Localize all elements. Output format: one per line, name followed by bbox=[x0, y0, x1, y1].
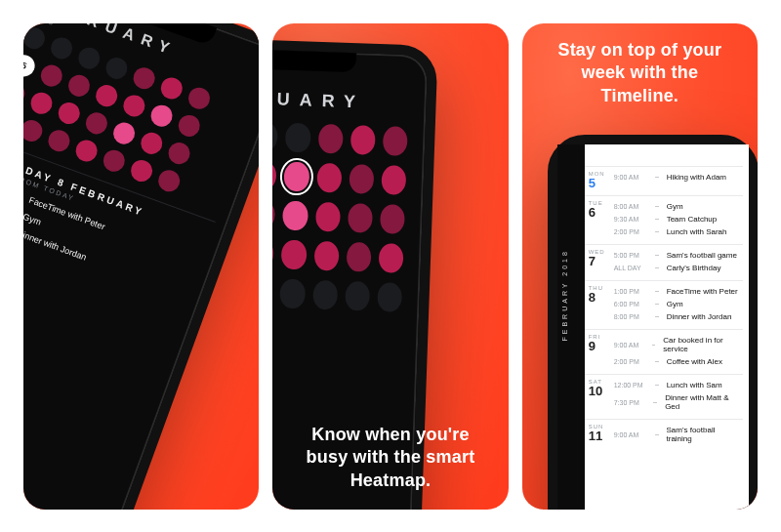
tick-icon bbox=[653, 402, 657, 403]
event-title: Dinner with Jordan bbox=[667, 312, 732, 321]
event-title: FaceTime with Peter bbox=[667, 287, 738, 296]
timeline-day[interactable]: TUE68:00 AMGym9:30 AMTeam Catchup2:00 PM… bbox=[585, 195, 743, 244]
event-title: Lunch with Sarah bbox=[667, 227, 727, 236]
event-title: Gym bbox=[667, 202, 683, 211]
event-time: 7:30 PM bbox=[614, 399, 648, 406]
event-title: Team Catchup bbox=[667, 215, 718, 224]
phone-frame: FEBRUARY 2018 5 THURSDAY 8 FEBRUARY 3 DA… bbox=[23, 23, 259, 510]
tick-icon bbox=[655, 316, 659, 317]
timeline-item[interactable]: 2:00 PMLunch with Sarah bbox=[614, 225, 743, 238]
timeline-day[interactable]: MON59:00 AMHiking with Adam bbox=[585, 166, 743, 195]
event-title: Dinner with Matt & Ged bbox=[665, 393, 743, 411]
tick-icon bbox=[655, 434, 659, 435]
event-title: Sam's football training bbox=[667, 426, 743, 443]
panel-heatmap-events: FEBRUARY 2018 5 THURSDAY 8 FEBRUARY 3 DA… bbox=[23, 23, 259, 510]
tick-icon bbox=[655, 304, 659, 305]
day-number: 11 bbox=[589, 430, 614, 442]
event-title: Lunch with Sam bbox=[667, 381, 722, 389]
selected-day[interactable] bbox=[284, 162, 309, 192]
event-time: 2:00 PM bbox=[614, 358, 649, 365]
day-number: 7 bbox=[589, 255, 614, 267]
timeline-day[interactable]: WED75:00 PMSam's football gameALL DAYCar… bbox=[585, 244, 743, 280]
tick-icon bbox=[655, 255, 659, 256]
timeline-item[interactable]: 7:30 PMDinner with Matt & Ged bbox=[614, 391, 743, 413]
timeline-day[interactable]: SAT1012:00 PMLunch with Sam7:30 PMDinner… bbox=[585, 374, 743, 419]
timeline-day[interactable]: FRI99:00 AMCar booked in for service2:00… bbox=[585, 329, 743, 374]
tick-icon bbox=[655, 231, 659, 232]
event-time: ALL DAY bbox=[614, 265, 649, 271]
day-number: 10 bbox=[589, 385, 614, 397]
phone-frame: FEBRUARY 2018 MON59:00 AMHiking with Ada… bbox=[548, 135, 758, 510]
day-number: 8 bbox=[589, 291, 614, 304]
timeline-item[interactable]: 6:00 PMGym bbox=[614, 298, 743, 310]
event-title: Carly's Birthday bbox=[667, 264, 721, 272]
panel-timeline: Stay on top of your week with the Timeli… bbox=[522, 23, 758, 510]
tick-icon bbox=[655, 361, 659, 362]
timeline-item[interactable]: 1:00 PMFaceTime with Peter bbox=[614, 285, 743, 298]
event-time: 8:00 PM bbox=[614, 313, 649, 320]
panel-heatmap: FEBRUARY 2018 Know when you're busy with… bbox=[272, 23, 508, 510]
heatmap-grid bbox=[272, 119, 408, 312]
timeline-item[interactable]: 9:30 AMTeam Catchup bbox=[614, 213, 743, 225]
event-time: 9:00 AM bbox=[614, 431, 649, 438]
event-title: Coffee with Alex bbox=[667, 357, 722, 366]
event-title: Car booked in for service bbox=[663, 336, 742, 353]
tick-icon bbox=[655, 385, 659, 386]
tick-icon bbox=[655, 291, 659, 292]
event-title: Gym bbox=[667, 300, 683, 308]
event-time: 1:00 PM bbox=[614, 288, 649, 295]
tick-icon bbox=[652, 345, 656, 346]
event-time: 5:00 PM bbox=[614, 252, 649, 259]
event-time: 12:00 PM bbox=[614, 382, 649, 389]
event-title: Hiking with Adam bbox=[667, 173, 726, 182]
timeline-day[interactable]: SUN119:00 AMSam's football training bbox=[585, 419, 743, 451]
event-title: Sam's football game bbox=[667, 251, 737, 260]
tick-icon bbox=[655, 206, 659, 207]
event-time: 9:00 AM bbox=[614, 174, 649, 181]
timeline-item[interactable]: 8:00 PMDinner with Jordan bbox=[614, 310, 743, 323]
tick-icon bbox=[655, 219, 659, 220]
event-time: 6:00 PM bbox=[614, 301, 649, 307]
timeline-item[interactable]: 9:00 AMCar booked in for service bbox=[614, 334, 743, 355]
event-time: 2:00 PM bbox=[614, 228, 649, 235]
today-dot[interactable]: 5 bbox=[23, 52, 38, 79]
timeline-day[interactable]: THU81:00 PMFaceTime with Peter6:00 PMGym… bbox=[585, 280, 743, 329]
timeline-item[interactable]: ALL DAYCarly's Birthday bbox=[614, 262, 743, 274]
event-time: 8:00 AM bbox=[614, 203, 649, 210]
timeline-screen[interactable]: FEBRUARY 2018 MON59:00 AMHiking with Ada… bbox=[557, 144, 749, 510]
day-number: 6 bbox=[589, 206, 614, 219]
tick-icon bbox=[655, 267, 659, 268]
event-time: 9:00 AM bbox=[614, 342, 646, 348]
month-title: FEBRUARY bbox=[272, 86, 409, 114]
timeline-days: MON59:00 AMHiking with AdamTUE68:00 AMGy… bbox=[585, 166, 743, 510]
tick-icon bbox=[655, 177, 659, 178]
timeline-sidebar: FEBRUARY 2018 bbox=[557, 144, 585, 510]
timeline-item[interactable]: 8:00 AMGym bbox=[614, 200, 743, 213]
sidebar-month-label: FEBRUARY 2018 bbox=[561, 249, 568, 341]
timeline-item[interactable]: 12:00 PMLunch with Sam bbox=[614, 379, 743, 391]
screenshot-row: FEBRUARY 2018 5 THURSDAY 8 FEBRUARY 3 DA… bbox=[23, 23, 758, 510]
day-number: 5 bbox=[589, 177, 614, 189]
timeline-item[interactable]: 9:00 AMSam's football training bbox=[614, 424, 743, 445]
timeline-item[interactable]: 9:00 AMHiking with Adam bbox=[614, 171, 743, 184]
timeline-item[interactable]: 5:00 PMSam's football game bbox=[614, 249, 743, 262]
marketing-caption: Stay on top of your week with the Timeli… bbox=[544, 39, 736, 107]
event-time: 9:30 AM bbox=[614, 216, 649, 223]
marketing-caption: Know when you're busy with the smart Hea… bbox=[294, 424, 486, 492]
day-number: 9 bbox=[589, 340, 614, 352]
heatmap-screen[interactable]: FEBRUARY 2018 5 THURSDAY 8 FEBRUARY 3 DA… bbox=[23, 23, 259, 510]
timeline-item[interactable]: 2:00 PMCoffee with Alex bbox=[614, 355, 743, 368]
